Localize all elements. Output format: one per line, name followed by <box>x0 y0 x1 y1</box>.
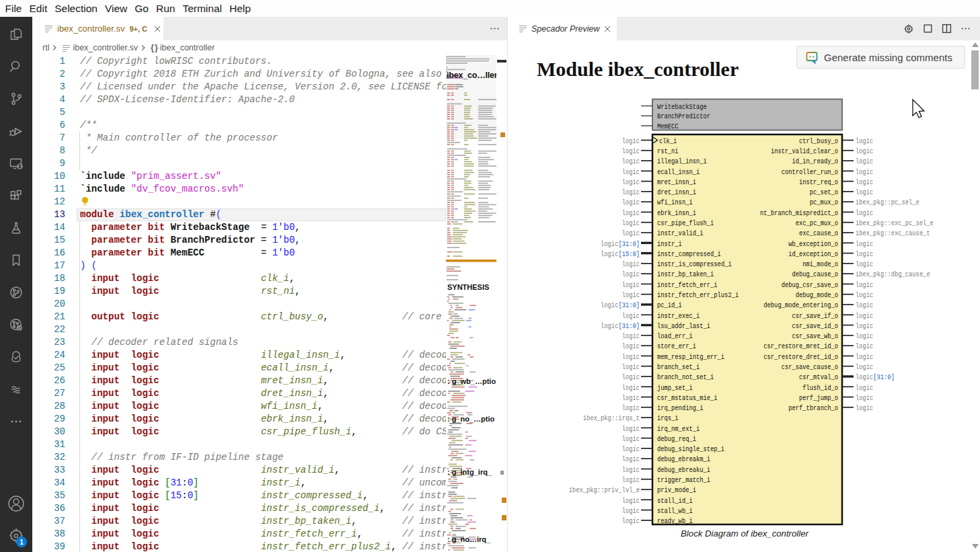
svg-text:ready_wb_i: ready_wb_i <box>657 517 693 525</box>
svg-text:perf_tbranch_o: perf_tbranch_o <box>788 404 838 412</box>
svg-text:logic: logic <box>622 507 640 515</box>
svg-text:debug_ebreakm_i: debug_ebreakm_i <box>657 455 710 463</box>
svg-text:csr_save_id_o: csr_save_id_o <box>792 322 839 330</box>
svg-text:logic: logic <box>622 168 640 176</box>
svg-text:jump_set_i: jump_set_i <box>657 384 693 392</box>
svg-text:rst_ni: rst_ni <box>657 147 679 155</box>
svg-text:instr_exec_i: instr_exec_i <box>657 312 700 320</box>
svg-text:logic: logic <box>856 168 873 176</box>
svg-text:logic: logic <box>622 342 640 350</box>
svg-text:[31:0]: [31:0] <box>618 322 640 330</box>
svg-text:csr_restore_mret_id_o: csr_restore_mret_id_o <box>763 342 838 350</box>
svg-text:ebrk_insn_i: ebrk_insn_i <box>657 209 696 217</box>
svg-text:csr_mtval_o: csr_mtval_o <box>799 373 838 381</box>
svg-text:logic: logic <box>856 260 873 268</box>
svg-text:ibex_pkg::pc_sel_e: ibex_pkg::pc_sel_e <box>856 198 919 206</box>
svg-text:instr_valid_i: instr_valid_i <box>657 229 704 237</box>
svg-text:logic: logic <box>856 353 873 361</box>
svg-text:exc_pc_mux_o: exc_pc_mux_o <box>796 219 838 227</box>
svg-text:logic: logic <box>622 291 640 299</box>
svg-text:illegal_insn_i: illegal_insn_i <box>657 157 707 165</box>
svg-text:logic: logic <box>856 147 873 155</box>
svg-text:csr_save_if_o: csr_save_if_o <box>792 312 839 320</box>
svg-text:logic: logic <box>856 332 873 340</box>
svg-text:load_err_i: load_err_i <box>657 332 693 340</box>
svg-text:logic: logic <box>856 157 873 165</box>
svg-text:logic: logic <box>856 342 873 350</box>
svg-text:ibex_pkg::exc_pc_sel_e: ibex_pkg::exc_pc_sel_e <box>856 219 934 227</box>
svg-text:debug_mode_o: debug_mode_o <box>796 291 838 299</box>
svg-text:logic: logic <box>601 250 618 258</box>
svg-text:instr_compressed_i: instr_compressed_i <box>657 250 721 258</box>
svg-text:logic: logic <box>622 497 640 505</box>
svg-text:debug_mode_entering_o: debug_mode_entering_o <box>763 301 838 309</box>
svg-text:logic: logic <box>622 281 640 289</box>
svg-text:logic: logic <box>622 373 640 381</box>
svg-text:logic: logic <box>856 188 873 196</box>
svg-text:logic: logic <box>622 332 640 340</box>
svg-text:logic: logic <box>601 322 618 330</box>
svg-text:MemECC: MemECC <box>657 122 679 130</box>
svg-text:stall_wb_i: stall_wb_i <box>657 507 693 515</box>
svg-text:csr_mstatus_mie_i: csr_mstatus_mie_i <box>657 394 718 402</box>
svg-text:logic: logic <box>622 229 640 237</box>
svg-text:logic: logic <box>622 363 640 371</box>
svg-text:[31:0]: [31:0] <box>618 240 640 248</box>
svg-text:logic: logic <box>856 301 873 309</box>
svg-text:logic: logic <box>856 250 873 258</box>
svg-text:flush_id_o: flush_id_o <box>802 384 838 392</box>
svg-text:[15:0]: [15:0] <box>618 250 640 258</box>
svg-text:instr_valid_clear_o: instr_valid_clear_o <box>771 147 838 155</box>
svg-text:pc_id_i: pc_id_i <box>657 301 682 309</box>
svg-text:logic: logic <box>622 404 640 412</box>
svg-text:debug_cause_o: debug_cause_o <box>792 270 839 278</box>
svg-text:logic: logic <box>622 435 640 443</box>
svg-text:debug_ebreaku_i: debug_ebreaku_i <box>657 466 710 474</box>
svg-text:pc_mux_o: pc_mux_o <box>810 198 838 206</box>
svg-text:csr_save_wb_o: csr_save_wb_o <box>792 332 839 340</box>
svg-text:logic: logic <box>601 240 618 248</box>
svg-text:logic: logic <box>856 394 873 402</box>
svg-text:[31:0]: [31:0] <box>873 373 895 381</box>
svg-text:ibex_pkg::exc_cause_t: ibex_pkg::exc_cause_t <box>856 229 930 237</box>
svg-text:wfi_insn_i: wfi_insn_i <box>657 198 693 206</box>
svg-text:logic: logic <box>622 137 640 145</box>
svg-text:instr_fetch_err_i: instr_fetch_err_i <box>657 281 718 289</box>
svg-text:clk_i: clk_i <box>659 137 677 145</box>
svg-text:irqs_i: irqs_i <box>657 414 679 422</box>
svg-text:instr_i: instr_i <box>657 240 682 248</box>
svg-text:logic: logic <box>622 353 640 361</box>
svg-text:branch_set_i: branch_set_i <box>657 363 700 371</box>
svg-text:debug_req_i: debug_req_i <box>657 435 696 443</box>
svg-text:logic: logic <box>622 209 640 217</box>
svg-text:WritebackStage: WritebackStage <box>657 103 707 111</box>
svg-text:logic: logic <box>622 270 640 278</box>
svg-text:logic: logic <box>622 178 640 186</box>
svg-text:logic: logic <box>856 240 873 248</box>
svg-text:branch_not_set_i: branch_not_set_i <box>657 373 714 381</box>
svg-text:nt_branch_mispredict_o: nt_branch_mispredict_o <box>760 209 838 217</box>
svg-text:debug_csr_save_o: debug_csr_save_o <box>782 281 838 289</box>
svg-text:logic: logic <box>622 260 640 268</box>
svg-text:exc_cause_o: exc_cause_o <box>799 229 838 237</box>
svg-text:logic: logic <box>601 301 618 309</box>
svg-text:logic: logic <box>856 384 873 392</box>
svg-text:store_err_i: store_err_i <box>657 342 696 350</box>
svg-text:logic: logic <box>622 425 640 433</box>
svg-text:debug_single_step_i: debug_single_step_i <box>657 445 724 453</box>
svg-text:lsu_addr_last_i: lsu_addr_last_i <box>657 322 710 330</box>
svg-text:logic: logic <box>856 178 873 186</box>
svg-text:logic: logic <box>856 137 873 145</box>
svg-text:logic: logic <box>856 209 873 217</box>
svg-text:stall_id_i: stall_id_i <box>657 497 693 505</box>
svg-text:BranchPredictor: BranchPredictor <box>657 112 710 120</box>
svg-text:irq_nm_ext_i: irq_nm_ext_i <box>657 425 700 433</box>
svg-text:Block Diagram of ibex_controll: Block Diagram of ibex_controller <box>681 528 808 539</box>
svg-text:mret_insn_i: mret_insn_i <box>657 178 696 186</box>
svg-text:logic: logic <box>856 363 873 371</box>
svg-text:logic: logic <box>622 455 640 463</box>
svg-text:pc_set_o: pc_set_o <box>810 188 838 196</box>
svg-text:csr_pipe_flush_i: csr_pipe_flush_i <box>657 219 714 227</box>
svg-text:logic: logic <box>622 198 640 206</box>
svg-text:id_exception_o: id_exception_o <box>788 250 838 258</box>
